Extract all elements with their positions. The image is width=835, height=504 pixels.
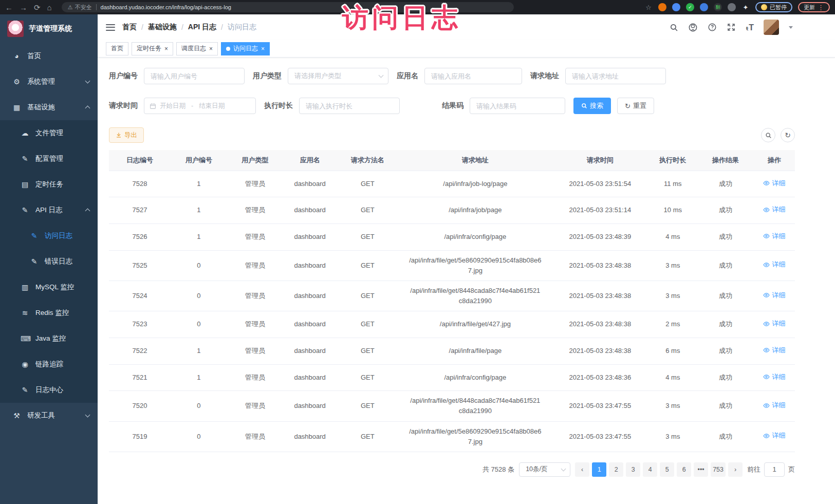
sidebar-item-定时任务[interactable]: ▤定时任务 [0, 172, 98, 197]
table-cell: 7524 [109, 281, 171, 311]
avatar-caret-icon[interactable] [789, 26, 793, 29]
detail-link[interactable]: 详细 [763, 400, 785, 410]
detail-link[interactable]: 详细 [763, 319, 785, 329]
search-circle-icon[interactable] [761, 128, 775, 142]
page-button-5[interactable]: 5 [660, 462, 674, 477]
detail-link[interactable]: 详细 [763, 204, 785, 215]
fullscreen-icon[interactable] [727, 23, 736, 32]
prev-page-button[interactable]: ‹ [575, 462, 589, 477]
sidebar-item-配置管理[interactable]: ✎配置管理 [0, 146, 98, 172]
request-url-cell: /api/infra/config/page [398, 364, 552, 391]
user-avatar[interactable] [764, 20, 779, 35]
font-size-icon[interactable]: ₜT [746, 23, 754, 32]
refresh-circle-icon[interactable]: ↻ [781, 128, 795, 142]
page-button-753[interactable]: 753 [711, 462, 726, 477]
goto-page-input[interactable] [764, 462, 785, 477]
chevron-down-icon [379, 73, 384, 78]
tab-定时任务[interactable]: 定时任务× [132, 42, 173, 55]
close-icon[interactable]: × [261, 46, 265, 52]
table-cell: GET [337, 338, 398, 364]
sidebar-item-日志中心[interactable]: ✎日志中心 [0, 377, 98, 403]
detail-link[interactable]: 详细 [763, 178, 785, 189]
table-cell: 管理员 [227, 171, 283, 197]
reset-button[interactable]: ↻ 重置 [617, 98, 654, 114]
pager: ‹123456•••753› [575, 462, 743, 477]
home-icon[interactable]: ⌂ [47, 4, 52, 11]
sidebar-item-访问日志[interactable]: ✎访问日志 [0, 223, 98, 249]
app-name-label: 应用名 [397, 71, 418, 81]
detail-link[interactable]: 详细 [763, 431, 785, 441]
sidebar-item-错误日志[interactable]: ✎错误日志 [0, 249, 98, 274]
sidebar-toggle-icon[interactable] [106, 24, 115, 31]
translate-icon[interactable]: 翻 [714, 3, 722, 11]
page-button-6[interactable]: 6 [677, 462, 691, 477]
breadcrumb-item[interactable]: API 日志 [188, 23, 216, 32]
breadcrumb-item[interactable]: 首页 [122, 23, 137, 32]
shield-icon[interactable] [672, 3, 680, 11]
next-page-button[interactable]: › [728, 462, 743, 477]
detail-link[interactable]: 详细 [763, 290, 785, 301]
app-name-input[interactable] [424, 68, 522, 84]
more-pages-button[interactable]: ••• [694, 462, 708, 477]
browser-menu-icon[interactable]: ⋮ [818, 4, 824, 11]
filter-row-1: 用户编号 用户类型 请选择用户类型 应用名 请求地址 [109, 68, 795, 84]
sidebar-item-文件管理[interactable]: ☁文件管理 [0, 120, 98, 146]
paused-badge[interactable]: 已暂停 [755, 2, 792, 12]
table-cell: 6 ms [648, 338, 697, 364]
back-icon[interactable]: ← [5, 4, 13, 11]
detail-link[interactable]: 详细 [763, 345, 785, 356]
close-icon[interactable]: × [209, 46, 213, 52]
reload-icon[interactable]: ⟳ [34, 4, 41, 11]
sidebar-item-API 日志[interactable]: ✎API 日志 [0, 197, 98, 223]
export-button[interactable]: 导出 [109, 127, 144, 143]
forward-icon[interactable]: → [20, 4, 27, 11]
detail-link[interactable]: 详细 [763, 259, 785, 270]
detail-link[interactable]: 详细 [763, 231, 785, 241]
pinned-star-icon[interactable]: ✦ [741, 3, 750, 11]
sidebar-item-链路追踪[interactable]: ◉链路追踪 [0, 351, 98, 377]
table-cell: dashboard [283, 250, 337, 281]
sidebar-item-Redis 监控[interactable]: ≋Redis 监控 [0, 300, 98, 326]
page-size-select[interactable]: 10条/页 [519, 462, 570, 477]
sidebar-item-基础设施[interactable]: ▦基础设施 [0, 95, 98, 120]
table-cell: 成功 [697, 223, 753, 250]
help-icon[interactable] [708, 23, 717, 32]
column-header: 执行时长 [648, 150, 697, 171]
sidebar-item-系统管理[interactable]: ⚙系统管理 [0, 69, 98, 95]
tab-调度日志[interactable]: 调度日志× [176, 42, 218, 55]
address-bar[interactable]: ⚠ 不安全 dashboard.yudao.iocoder.cn/infra/l… [62, 2, 514, 12]
security-warning[interactable]: ⚠ 不安全 [68, 4, 92, 11]
page-button-2[interactable]: 2 [609, 462, 623, 477]
app-title: 芋道管理系统 [29, 24, 72, 33]
app-logo-row[interactable]: 芋道管理系统 [0, 14, 98, 43]
user-id-input[interactable] [144, 68, 245, 84]
table-cell: GET [337, 250, 398, 281]
sidebar-item-Java 监控[interactable]: ⌨Java 监控 [0, 326, 98, 351]
date-range-picker[interactable]: 开始日期 - 结束日期 [144, 98, 256, 114]
request-url-input[interactable] [565, 68, 666, 84]
sidebar-item-MySQL 监控[interactable]: ▥MySQL 监控 [0, 274, 98, 300]
page-button-4[interactable]: 4 [643, 462, 657, 477]
sidebar-item-首页[interactable]: ◕首页 [0, 43, 98, 69]
actions-cell: 详细 [754, 311, 795, 338]
result-code-input[interactable] [470, 98, 565, 114]
tab-首页[interactable]: 首页 [106, 42, 128, 55]
update-button[interactable]: 更新 ⋮ [798, 2, 830, 12]
sidebar-item-研发工具[interactable]: ⚒研发工具 [0, 403, 98, 428]
checkmark-icon[interactable]: ✓ [686, 3, 694, 11]
tab-访问日志[interactable]: 访问日志× [221, 42, 270, 55]
breadcrumb-item[interactable]: 基础设施 [148, 23, 177, 32]
close-icon[interactable]: × [164, 46, 168, 52]
user-type-select[interactable]: 请选择用户类型 [288, 68, 388, 84]
detail-link[interactable]: 详细 [763, 372, 785, 382]
search-icon[interactable] [670, 23, 678, 32]
bookmark-star-icon[interactable]: ☆ [644, 3, 653, 11]
apps-grid-icon[interactable] [700, 3, 708, 11]
github-icon[interactable] [688, 23, 698, 32]
puzzle-icon[interactable] [728, 3, 736, 11]
duration-input[interactable] [299, 98, 400, 114]
adblock-icon[interactable] [658, 3, 666, 11]
search-button[interactable]: 搜索 [573, 98, 611, 114]
page-button-3[interactable]: 3 [626, 462, 640, 477]
page-button-1[interactable]: 1 [592, 462, 606, 477]
